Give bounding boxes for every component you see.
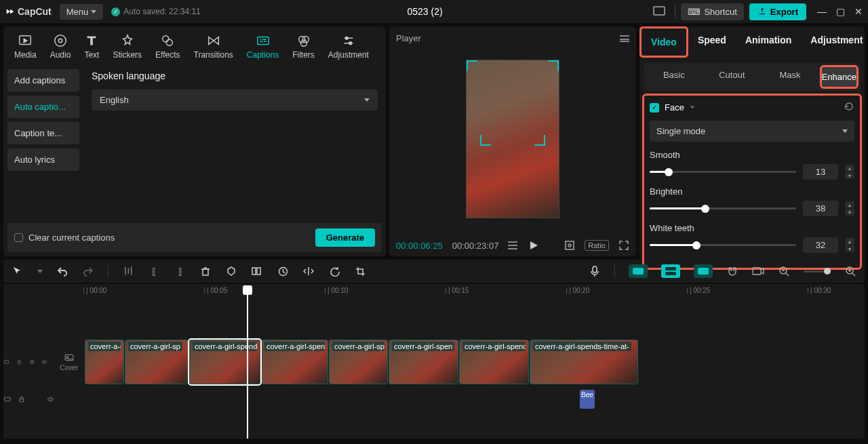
crop-tool[interactable] <box>354 265 366 277</box>
sidebar-item[interactable]: Add captions <box>7 69 79 92</box>
video-clip[interactable]: coverr-a-girl-spend <box>189 340 260 384</box>
undo-button[interactable] <box>56 265 68 277</box>
track-mode-1[interactable] <box>629 264 648 278</box>
export-button[interactable]: Export <box>749 3 806 20</box>
asset-tab-filters[interactable]: Filters <box>285 28 321 65</box>
zoom-out-icon[interactable] <box>778 265 790 277</box>
zoom-slider[interactable] <box>804 270 831 273</box>
menu-button[interactable]: Menu <box>60 4 104 20</box>
video-preview[interactable] <box>466 60 559 218</box>
ratio-button[interactable]: Ratio <box>585 240 609 251</box>
svg-point-5 <box>166 39 172 45</box>
asset-tab-media[interactable]: Media <box>7 28 43 65</box>
slider-value[interactable]: 13 <box>803 164 838 180</box>
subtab-mask[interactable]: Mask <box>762 65 818 89</box>
step-up[interactable]: ▲ <box>845 201 854 208</box>
preview-icon[interactable] <box>752 265 764 277</box>
zoom-in-icon[interactable] <box>844 265 856 277</box>
speaker-icon[interactable] <box>41 357 47 367</box>
step-down[interactable]: ▼ <box>845 209 854 216</box>
video-clip[interactable]: coverr-a-girl-spends-time-at- <box>530 340 638 384</box>
speed-tool[interactable] <box>277 265 289 277</box>
right-tab-video[interactable]: Video <box>639 26 688 58</box>
play-button[interactable] <box>528 240 539 251</box>
audio-clip[interactable]: Bee <box>580 390 595 409</box>
clip-icon[interactable] <box>3 357 9 367</box>
video-clip[interactable]: coverr-a-girl-spen <box>389 340 458 384</box>
trim-right-tool[interactable]: ⟧ <box>174 265 186 277</box>
video-clip[interactable]: coverr-a-girl-sp <box>125 340 189 384</box>
split-tool[interactable]: 〣 <box>122 265 134 277</box>
delete-tool[interactable] <box>199 265 212 277</box>
subtab-cutout[interactable]: Cutout <box>704 65 761 89</box>
asset-tab-text[interactable]: Text <box>77 28 106 65</box>
generate-button[interactable]: Generate <box>315 228 375 247</box>
step-up[interactable]: ▲ <box>845 238 854 245</box>
mic-icon[interactable] <box>589 265 601 277</box>
asset-tab-adjustment[interactable]: Adjustment <box>321 28 376 65</box>
sidebar-item[interactable]: Auto captio... <box>7 96 79 118</box>
reset-icon[interactable] <box>844 101 854 114</box>
right-tab-speed[interactable]: Speed <box>688 26 736 58</box>
rotate-tool[interactable] <box>328 265 340 277</box>
lock-icon[interactable] <box>16 357 22 367</box>
redo-button[interactable] <box>82 265 94 277</box>
slider-track[interactable] <box>650 244 796 246</box>
slider-track[interactable] <box>650 171 796 173</box>
video-clip[interactable]: coverr-a-g <box>85 340 124 384</box>
mirror-tool[interactable] <box>302 265 315 277</box>
right-tab-animation[interactable]: Animation <box>736 26 801 58</box>
playhead[interactable] <box>247 285 248 439</box>
step-up[interactable]: ▲ <box>845 165 854 171</box>
asset-tab-transitions[interactable]: Transitions <box>187 28 240 65</box>
clip-icon[interactable] <box>3 395 11 404</box>
sidebar-item[interactable]: Caption te... <box>7 122 79 144</box>
ruler-mark: | 00:05 <box>207 287 227 294</box>
player-menu-icon[interactable] <box>620 35 629 42</box>
slider-white-teeth: White teeth32▲▼ <box>650 223 854 253</box>
slider-value[interactable]: 38 <box>803 201 838 216</box>
minimize-button[interactable]: — <box>817 6 827 17</box>
maximize-button[interactable]: ▢ <box>836 6 845 17</box>
speaker-icon[interactable] <box>47 395 54 404</box>
sidebar-item[interactable]: Auto lyrics <box>7 148 79 171</box>
group-tool[interactable] <box>251 265 263 277</box>
mode-select[interactable]: Single mode <box>650 121 854 142</box>
aspect-icon[interactable] <box>649 5 669 19</box>
language-select[interactable]: English <box>92 89 378 110</box>
right-tab-adjustment[interactable]: Adjustment <box>801 26 868 58</box>
scale-icon[interactable] <box>564 240 575 251</box>
track-mode-3[interactable] <box>694 264 713 278</box>
track-mode-2[interactable] <box>661 264 680 278</box>
slider-value[interactable]: 32 <box>803 237 838 253</box>
step-down[interactable]: ▼ <box>845 172 854 179</box>
fullscreen-icon[interactable] <box>618 240 629 251</box>
close-button[interactable]: ✕ <box>854 6 863 17</box>
subtab-basic[interactable]: Basic <box>646 65 703 89</box>
shortcut-button[interactable]: ⌨Shortcut <box>681 3 743 20</box>
cover-button[interactable]: Cover <box>60 353 78 371</box>
select-tool[interactable] <box>12 265 24 277</box>
subtab-enhance[interactable]: Enhance <box>822 67 856 87</box>
asset-tab-effects[interactable]: Effects <box>149 28 186 65</box>
eye-icon[interactable] <box>29 357 35 367</box>
asset-tab-audio[interactable]: Audio <box>43 28 78 65</box>
step-down[interactable]: ▼ <box>845 245 854 252</box>
asset-tab-stickers[interactable]: Stickers <box>106 28 149 65</box>
face-checkbox[interactable]: ✓ <box>650 103 659 113</box>
video-clip[interactable]: coverr-a-girl-spen <box>261 340 328 384</box>
chevron-down-icon[interactable] <box>37 270 43 273</box>
lock-icon[interactable] <box>18 395 25 404</box>
list-icon[interactable] <box>508 240 519 251</box>
video-clip[interactable]: coverr-a-girl-spend <box>459 340 529 384</box>
marker-tool[interactable] <box>225 265 237 277</box>
trim-left-tool[interactable]: ⟦ <box>148 265 160 277</box>
magnet-icon[interactable] <box>726 265 738 277</box>
svg-rect-13 <box>508 245 517 246</box>
slider-track[interactable] <box>650 207 796 209</box>
clear-captions-checkbox[interactable]: Clear current captions <box>14 233 115 243</box>
svg-rect-30 <box>18 362 20 364</box>
video-clip[interactable]: coverr-a-girl-sp <box>329 340 388 384</box>
timeline-area: 〣 ⟦ ⟧ | 00:00| 00:05| 00:10| 00:15| 00:2… <box>0 260 868 442</box>
asset-tab-captions[interactable]: Captions <box>240 28 285 65</box>
